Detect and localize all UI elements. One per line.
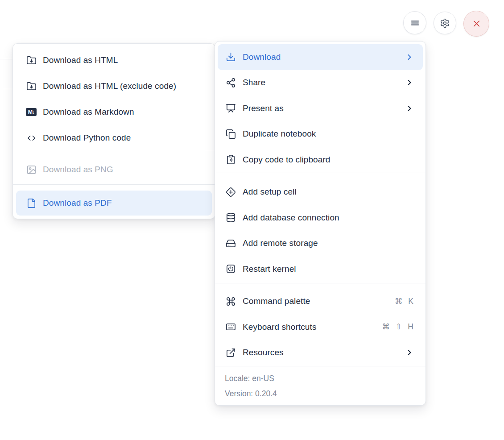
notebook-menu-button[interactable] — [403, 11, 426, 34]
locale-text: Locale: en-US — [225, 371, 416, 386]
menu-item-label: Download as HTML (exclude code) — [43, 81, 208, 91]
menu-item-command-palette[interactable]: Command palette ⌘ K — [215, 289, 426, 315]
menu-item-restart-kernel[interactable]: Restart kernel — [215, 256, 426, 282]
external-link-icon — [226, 348, 236, 358]
chevron-right-icon — [405, 78, 414, 87]
menu-item-download-as-markdown[interactable]: M↓ Download as Markdown — [13, 99, 215, 125]
power-square-icon — [226, 264, 236, 274]
submenu-group-documents: Download as HTML Download as HTML (exclu… — [13, 47, 215, 151]
menu-item-download-as-html-exclude-code[interactable]: Download as HTML (exclude code) — [13, 73, 215, 99]
menu-item-download[interactable]: Download — [218, 44, 423, 70]
markdown-icon: M↓ — [26, 107, 37, 117]
menu-item-add-setup-cell[interactable]: Add setup cell — [215, 179, 426, 205]
hamburger-icon — [410, 18, 420, 28]
menu-item-download-as-png: Download as PNG — [13, 157, 215, 183]
menu-item-keyboard-shortcuts[interactable]: Keyboard shortcuts ⌘ ⇧ H — [215, 314, 426, 340]
database-icon — [226, 212, 236, 223]
menu-item-add-remote-storage[interactable]: Add remote storage — [215, 231, 426, 257]
menu-item-copy-code-to-clipboard[interactable]: Copy code to clipboard — [215, 147, 426, 173]
menu-footer: Locale: en-US Version: 0.20.4 — [215, 366, 426, 405]
gear-icon — [440, 18, 450, 28]
background-cell-border — [0, 59, 12, 59]
chevron-right-icon — [405, 53, 414, 62]
menu-item-label: Add remote storage — [243, 238, 414, 248]
version-text: Version: 0.20.4 — [225, 386, 416, 401]
menu-group-tools: Command palette ⌘ K Keyboard shortcuts ⌘… — [215, 283, 426, 366]
folder-download-icon — [26, 81, 37, 91]
menu-item-add-database-connection[interactable]: Add database connection — [215, 205, 426, 231]
menu-item-download-as-html[interactable]: Download as HTML — [13, 47, 215, 73]
menu-item-label: Download as Markdown — [43, 107, 208, 117]
menu-item-label: Download as HTML — [43, 55, 208, 65]
keyboard-shortcut: ⌘ K — [395, 297, 414, 306]
presentation-icon — [226, 103, 236, 113]
share-icon — [226, 78, 236, 88]
menu-item-present-as[interactable]: Present as — [215, 95, 426, 121]
menu-item-duplicate-notebook[interactable]: Duplicate notebook — [215, 121, 426, 147]
menu-item-download-python-code[interactable]: Download Python code — [13, 125, 215, 151]
hard-drive-icon — [226, 238, 236, 249]
clipboard-copy-icon — [226, 154, 236, 165]
menu-item-label: Duplicate notebook — [243, 129, 414, 139]
menu-item-label: Download as PDF — [43, 198, 205, 208]
menu-item-label: Add database connection — [243, 213, 414, 223]
close-icon — [471, 19, 482, 29]
menu-group-share: Download Share Present as — [215, 44, 426, 173]
menu-item-label: Download Python code — [43, 133, 208, 143]
duplicate-icon — [226, 129, 236, 139]
menu-item-resources[interactable]: Resources — [215, 340, 426, 366]
keyboard-icon — [226, 322, 236, 332]
shutdown-button[interactable] — [463, 11, 489, 37]
folder-download-icon — [26, 55, 37, 66]
menu-item-label: Copy code to clipboard — [243, 155, 414, 165]
file-icon — [26, 198, 37, 208]
menu-item-label: Command palette — [243, 296, 388, 306]
menu-item-label: Present as — [243, 104, 398, 113]
menu-item-label: Share — [243, 78, 398, 87]
notebook-actions-menu: Download Share Present as — [215, 41, 426, 406]
submenu-group-png: Download as PNG — [13, 151, 215, 184]
submenu-group-pdf: Download as PDF — [13, 185, 215, 216]
menu-item-label: Keyboard shortcuts — [243, 322, 375, 332]
menu-group-cells: Add setup cell Add database connection A… — [215, 173, 426, 283]
code-icon — [26, 133, 37, 143]
chevron-right-icon — [405, 104, 414, 113]
image-icon — [26, 165, 37, 175]
menu-item-label: Add setup cell — [243, 187, 414, 197]
chevron-right-icon — [405, 348, 414, 357]
menu-item-label: Restart kernel — [243, 264, 414, 274]
diamond-plus-icon — [226, 187, 236, 197]
settings-button[interactable] — [434, 12, 456, 34]
menu-item-label: Resources — [243, 348, 398, 357]
menu-item-label: Download as PNG — [43, 165, 208, 174]
keyboard-shortcut: ⌘ ⇧ H — [382, 322, 414, 332]
menu-item-share[interactable]: Share — [215, 70, 426, 96]
command-icon — [226, 296, 236, 307]
download-icon — [226, 52, 236, 62]
download-submenu: Download as HTML Download as HTML (exclu… — [12, 43, 215, 219]
menu-item-label: Download — [243, 52, 398, 62]
menu-item-download-as-pdf[interactable]: Download as PDF — [16, 191, 212, 216]
background-cell-border — [0, 89, 12, 89]
